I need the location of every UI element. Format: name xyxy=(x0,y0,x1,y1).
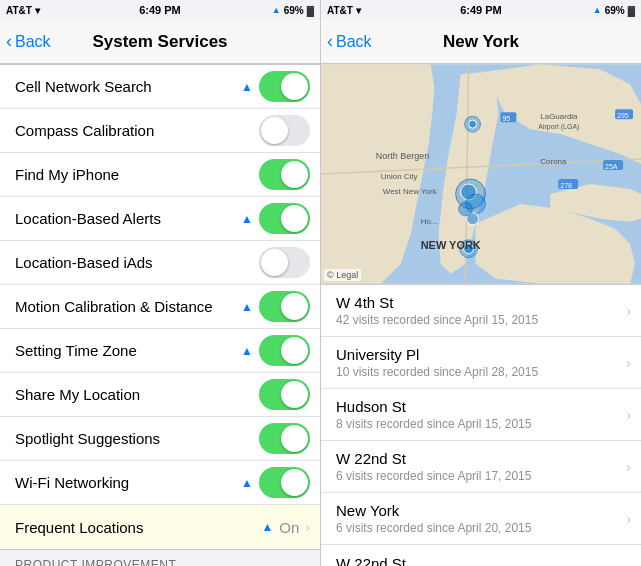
motion-calibration-label: Motion Calibration & Distance xyxy=(15,298,241,315)
left-nav-bar: ‹ Back System Services xyxy=(0,20,320,64)
wifi-right: ▾ xyxy=(356,5,361,16)
battery-icon-right: ▓ xyxy=(628,5,635,16)
location-icon-wifi: ▲ xyxy=(241,476,253,490)
svg-text:Corona: Corona xyxy=(540,157,567,166)
location-based-alerts-label: Location-Based Alerts xyxy=(15,210,241,227)
frequent-locations-label: Frequent Locations xyxy=(15,519,261,536)
frequent-locations-right: ▲ On › xyxy=(261,519,310,536)
right-back-button[interactable]: ‹ Back xyxy=(327,31,372,52)
svg-point-13 xyxy=(459,202,473,216)
row-compass-calibration[interactable]: Compass Calibration xyxy=(0,109,320,153)
location-name-hudson: Hudson St xyxy=(336,398,626,415)
location-row-hudson[interactable]: Hudson St 8 visits recorded since April … xyxy=(321,389,641,441)
toggle-location-based-iads[interactable] xyxy=(259,247,310,278)
svg-point-17 xyxy=(469,120,477,128)
location-visits-newyork: 6 visits recorded since April 20, 2015 xyxy=(336,521,626,535)
map-area[interactable]: North Bergen Union City West New York Ho… xyxy=(321,64,641,284)
toggle-spotlight-suggestions[interactable] xyxy=(259,423,310,454)
motion-calibration-right: ▲ xyxy=(241,291,310,322)
location-info-w22nd-2: W 22nd St 5 visits recorded since April … xyxy=(336,555,626,567)
toggle-cell-network-search[interactable] xyxy=(259,71,310,102)
row-motion-calibration[interactable]: Motion Calibration & Distance ▲ xyxy=(0,285,320,329)
location-name-w22nd-1: W 22nd St xyxy=(336,450,626,467)
location-visits-university: 10 visits recorded since April 28, 2015 xyxy=(336,365,626,379)
location-row-university[interactable]: University Pl 10 visits recorded since A… xyxy=(321,337,641,389)
row-cell-network-search[interactable]: Cell Network Search ▲ xyxy=(0,65,320,109)
svg-text:Union City: Union City xyxy=(381,172,418,181)
right-status-left: AT&T ▾ xyxy=(327,5,361,16)
location-arrow-right: ▲ xyxy=(593,5,602,15)
location-row-w4th[interactable]: W 4th St 42 visits recorded since April … xyxy=(321,285,641,337)
location-icon-timezone: ▲ xyxy=(241,344,253,358)
map-legal-text: © Legal xyxy=(324,269,361,281)
location-info-university: University Pl 10 visits recorded since A… xyxy=(336,346,626,379)
spotlight-suggestions-right xyxy=(259,423,310,454)
share-my-location-label: Share My Location xyxy=(15,386,259,403)
location-info-hudson: Hudson St 8 visits recorded since April … xyxy=(336,398,626,431)
svg-text:West New York: West New York xyxy=(383,187,437,196)
right-status-bar: AT&T ▾ 6:49 PM ▲ 69% ▓ xyxy=(321,0,641,20)
svg-text:NEW YORK: NEW YORK xyxy=(421,239,481,251)
toggle-location-based-alerts[interactable] xyxy=(259,203,310,234)
find-my-iphone-right xyxy=(259,159,310,190)
toggle-setting-time-zone[interactable] xyxy=(259,335,310,366)
toggle-compass-calibration[interactable] xyxy=(259,115,310,146)
map-svg: North Bergen Union City West New York Ho… xyxy=(321,64,641,284)
carrier-left: AT&T xyxy=(6,5,32,16)
wifi-left: ▾ xyxy=(35,5,40,16)
left-status-right: ▲ 69% ▓ xyxy=(272,5,314,16)
time-right: 6:49 PM xyxy=(460,4,502,16)
location-chevron-w22nd-1-icon: › xyxy=(626,459,631,475)
back-label-left: Back xyxy=(15,33,51,51)
location-icon-cell: ▲ xyxy=(241,80,253,94)
row-wifi-networking[interactable]: Wi-Fi Networking ▲ xyxy=(0,461,320,505)
right-back-chevron-icon: ‹ xyxy=(327,31,333,52)
location-info-w22nd-1: W 22nd St 6 visits recorded since April … xyxy=(336,450,626,483)
frequent-locations-on-text: On xyxy=(279,519,299,536)
location-name-w4th: W 4th St xyxy=(336,294,626,311)
wifi-networking-right: ▲ xyxy=(241,467,310,498)
svg-text:295: 295 xyxy=(617,112,629,119)
location-arrow-left: ▲ xyxy=(272,5,281,15)
location-chevron-newyork-icon: › xyxy=(626,511,631,527)
location-visits-hudson: 8 visits recorded since April 15, 2015 xyxy=(336,417,626,431)
share-my-location-right xyxy=(259,379,310,410)
toggle-wifi-networking[interactable] xyxy=(259,467,310,498)
right-nav-title: New York xyxy=(443,32,519,52)
time-left: 6:49 PM xyxy=(139,4,181,16)
row-location-based-iads[interactable]: Location-Based iAds xyxy=(0,241,320,285)
left-status-bar: AT&T ▾ 6:49 PM ▲ 69% ▓ xyxy=(0,0,320,20)
location-chevron-university-icon: › xyxy=(626,355,631,371)
location-visits-w22nd-1: 6 visits recorded since April 17, 2015 xyxy=(336,469,626,483)
product-improvement-header: PRODUCT IMPROVEMENT xyxy=(0,550,320,566)
toggle-motion-calibration[interactable] xyxy=(259,291,310,322)
right-panel: AT&T ▾ 6:49 PM ▲ 69% ▓ ‹ Back New York xyxy=(320,0,641,566)
find-my-iphone-label: Find My iPhone xyxy=(15,166,259,183)
row-share-my-location[interactable]: Share My Location xyxy=(0,373,320,417)
carrier-right: AT&T xyxy=(327,5,353,16)
svg-text:278: 278 xyxy=(560,182,572,189)
row-spotlight-suggestions[interactable]: Spotlight Suggestions xyxy=(0,417,320,461)
location-row-newyork[interactable]: New York 6 visits recorded since April 2… xyxy=(321,493,641,545)
row-location-based-alerts[interactable]: Location-Based Alerts ▲ xyxy=(0,197,320,241)
left-panel: AT&T ▾ 6:49 PM ▲ 69% ▓ ‹ Back System Ser… xyxy=(0,0,320,566)
location-icon-frequent: ▲ xyxy=(261,520,273,534)
location-based-iads-label: Location-Based iAds xyxy=(15,254,259,271)
location-name-newyork: New York xyxy=(336,502,626,519)
toggle-share-my-location[interactable] xyxy=(259,379,310,410)
left-back-button[interactable]: ‹ Back xyxy=(6,31,51,52)
settings-group-main: Cell Network Search ▲ Compass Calibratio… xyxy=(0,64,320,550)
row-setting-time-zone[interactable]: Setting Time Zone ▲ xyxy=(0,329,320,373)
row-find-my-iphone[interactable]: Find My iPhone xyxy=(0,153,320,197)
row-frequent-locations[interactable]: Frequent Locations ▲ On › xyxy=(0,505,320,549)
location-row-w22nd-2[interactable]: W 22nd St 5 visits recorded since April … xyxy=(321,545,641,566)
battery-icon-left: ▓ xyxy=(307,5,314,16)
setting-time-zone-label: Setting Time Zone xyxy=(15,342,241,359)
toggle-find-my-iphone[interactable] xyxy=(259,159,310,190)
frequent-locations-chevron-icon: › xyxy=(305,519,310,535)
spotlight-suggestions-label: Spotlight Suggestions xyxy=(15,430,259,447)
location-row-w22nd-1[interactable]: W 22nd St 6 visits recorded since April … xyxy=(321,441,641,493)
location-visits-w4th: 42 visits recorded since April 15, 2015 xyxy=(336,313,626,327)
battery-pct-right: 69% xyxy=(605,5,625,16)
compass-calibration-right xyxy=(259,115,310,146)
